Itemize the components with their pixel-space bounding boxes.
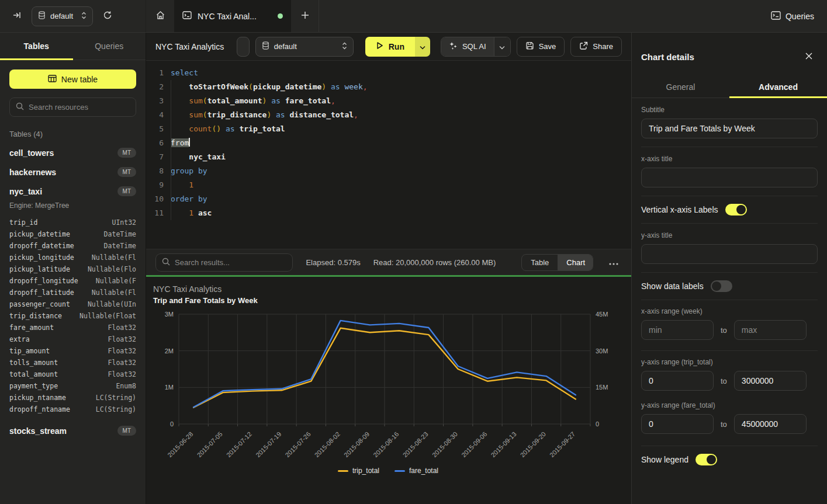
panel-tab-advanced[interactable]: Advanced	[729, 76, 827, 98]
toolbar-database-select[interactable]: default	[255, 37, 354, 57]
y-range-trip-max-input[interactable]	[734, 371, 807, 391]
y-range-trip-min-input[interactable]	[641, 371, 714, 391]
queries-label: Queries	[786, 12, 814, 21]
y-axis-range-trip-label: y-axis range (trip_total)	[641, 358, 818, 366]
sidebar-item-cell-towers[interactable]: cell_towers MT	[9, 148, 136, 158]
x-axis-title-label: x-axis title	[641, 155, 818, 163]
home-button[interactable]	[146, 0, 174, 32]
column-row: payment_typeEnum8	[9, 380, 136, 392]
panel-tab-general[interactable]: General	[632, 76, 729, 98]
column-list: trip_idUInt32pickup_datetimeDateTimedrop…	[9, 217, 136, 415]
run-label: Run	[389, 42, 404, 51]
topbar-spacer	[319, 0, 758, 32]
view-toggle-chart[interactable]: Chart	[558, 255, 593, 270]
column-row: tip_amountFloat32	[9, 345, 136, 357]
subtitle-input[interactable]	[641, 119, 818, 138]
svg-text:15M: 15M	[596, 384, 608, 391]
topbar-left-section: default	[0, 0, 146, 32]
chevron-down-icon	[499, 42, 505, 51]
panel-header: Chart details	[632, 33, 827, 76]
code-line: select	[171, 66, 631, 80]
y-range-fare-min-input[interactable]	[641, 414, 714, 434]
x-range-min-input[interactable]	[641, 320, 714, 340]
legend-item-fare_total[interactable]: fare_total	[395, 467, 438, 475]
topbar-database-value: default	[50, 12, 73, 20]
read-stat: Read: 20,000,000 rows (260.00 MB)	[373, 258, 496, 267]
share-icon	[579, 41, 588, 52]
x-axis-title-input[interactable]	[641, 168, 818, 187]
sidebar-tab-queries-label: Queries	[95, 41, 123, 51]
new-tab-button[interactable]	[291, 0, 319, 32]
legend-item-trip_total[interactable]: trip_total	[338, 467, 379, 475]
legend-label: trip_total	[352, 467, 379, 475]
panel-tab-advanced-label: Advanced	[759, 82, 798, 92]
y-axis-range-trip-group: y-axis range (trip_total) to	[641, 351, 818, 394]
column-row: trip_distanceNullable(Float	[9, 310, 136, 322]
unsaved-changes-dot	[278, 13, 283, 19]
vertical-x-labels-toggle[interactable]	[725, 204, 747, 215]
y-axis-title-input[interactable]	[641, 244, 818, 264]
y-range-fare-max-input[interactable]	[734, 414, 807, 434]
tab-nyc-taxi-analytics[interactable]: NYC Taxi Anal...	[174, 0, 291, 32]
results-search-input[interactable]	[175, 258, 286, 267]
ellipsis-icon	[609, 258, 618, 267]
x-range-max-input[interactable]	[734, 320, 807, 340]
sidebar-tab-tables[interactable]: Tables	[0, 33, 73, 60]
show-legend-row: Show legend	[641, 446, 818, 473]
column-row: tolls_amountFloat32	[9, 357, 136, 369]
more-options-button[interactable]	[606, 254, 622, 270]
close-icon	[805, 52, 813, 62]
code-line: sum(total_amount) as fare_total,	[171, 94, 631, 108]
view-toggle-table[interactable]: Table	[522, 255, 558, 270]
run-options-button[interactable]	[415, 37, 430, 57]
toolbar-database-select[interactable]	[237, 37, 250, 57]
sidebar-tab-queries[interactable]: Queries	[73, 33, 146, 60]
collapse-sidebar-button[interactable]	[8, 8, 26, 25]
new-table-button[interactable]: New table	[9, 69, 136, 89]
share-button[interactable]: Share	[570, 37, 622, 57]
run-button[interactable]: Run	[365, 37, 415, 57]
sql-ai-button[interactable]: SQL AI	[441, 37, 494, 56]
main-body: Tables Queries New table Tables (4)	[0, 33, 827, 504]
save-button[interactable]: Save	[517, 37, 565, 57]
code-line: group by	[171, 164, 631, 178]
column-row: dropoff_longitudeNullable(F	[9, 275, 136, 287]
show-data-labels-toggle[interactable]	[711, 280, 732, 292]
home-icon	[155, 11, 165, 22]
sql-editor[interactable]: 1234567891011 select toStartOfWeek(picku…	[146, 61, 631, 249]
sidebar-search[interactable]	[9, 98, 136, 117]
sidebar-item-stocks-stream[interactable]: stocks_stream MT	[9, 426, 136, 436]
refresh-button[interactable]	[99, 8, 116, 25]
panel-title: Chart details	[641, 52, 694, 62]
column-row: fare_amountFloat32	[9, 322, 136, 333]
legend-swatch	[338, 470, 348, 472]
legend-label: fare_total	[409, 467, 438, 475]
svg-text:2015-09-06: 2015-09-06	[460, 430, 488, 458]
sidebar-item-hackernews[interactable]: hackernews MT	[9, 167, 136, 177]
y-axis-range-fare-label: y-axis range (fare_total)	[641, 401, 818, 409]
results-search[interactable]	[155, 253, 293, 272]
column-row: pickup_datetimeDateTime	[9, 228, 136, 240]
run-button-group: Run	[365, 37, 430, 57]
y-axis-range-fare-group: y-axis range (fare_total) to	[641, 394, 818, 437]
sidebar-tab-tables-label: Tables	[24, 41, 49, 51]
column-row: dropoff_latitudeNullable(Fl	[9, 287, 136, 298]
show-legend-toggle[interactable]	[695, 454, 717, 465]
y-axis-range-fare-row: to	[641, 414, 818, 434]
sidebar-search-input[interactable]	[29, 103, 130, 112]
column-row: pickup_latitudeNullable(Flo	[9, 263, 136, 275]
vertical-x-labels-row: Vertical x-axis Labels	[641, 196, 818, 223]
code-line: sum(trip_distance) as distance_total,	[171, 108, 631, 122]
show-data-labels-label: Show data labels	[641, 281, 704, 291]
vertical-x-labels-label: Vertical x-axis Labels	[641, 205, 718, 214]
topbar-database-select[interactable]: default	[32, 6, 93, 26]
queries-button[interactable]: Queries	[758, 0, 827, 32]
svg-text:2015-08-16: 2015-08-16	[372, 430, 400, 458]
subtitle-group: Subtitle	[641, 98, 818, 147]
sql-ai-options-button[interactable]	[494, 37, 510, 56]
sidebar-item-nyc-taxi[interactable]: nyc_taxi MT	[9, 186, 136, 196]
tab-title: NYC Taxi Anal...	[198, 12, 272, 21]
svg-text:2015-07-05: 2015-07-05	[196, 430, 224, 458]
svg-text:2015-07-26: 2015-07-26	[283, 430, 312, 458]
close-panel-button[interactable]	[800, 48, 818, 65]
